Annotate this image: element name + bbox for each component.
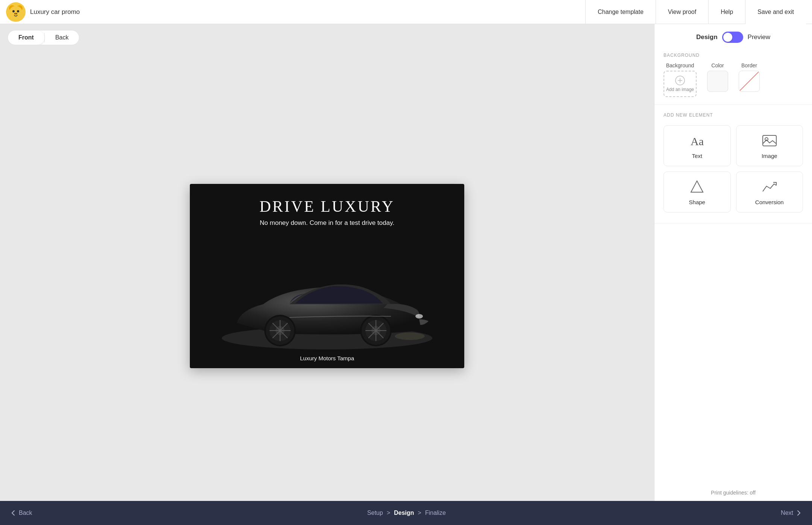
element-conversion-button[interactable]: Conversion [736,171,803,212]
print-guidelines-button[interactable]: Print guidelines: off [654,484,812,501]
svg-point-8 [16,13,17,14]
text-label: Text [692,153,702,159]
app-logo [6,2,26,22]
help-button[interactable]: Help [708,0,745,24]
toggle-knob [723,33,732,42]
image-icon [761,132,778,149]
step-arrow-1: > [387,510,390,516]
bottom-bar: Back Setup > Design > Finalize Next [0,501,812,525]
shape-icon [689,179,705,195]
step-setup[interactable]: Setup [367,510,383,516]
background-option: Background Add an image [664,62,697,97]
side-tab-group: Front Back [8,30,79,45]
car-image [214,252,440,349]
conversion-label: Conversion [755,199,784,205]
add-image-text: Add an image [666,87,694,92]
shape-label: Shape [689,199,705,205]
divider-1 [654,105,812,105]
preview-label: Preview [748,33,770,41]
card-preview[interactable]: Drive Luxury No money down. Come in for … [190,184,464,368]
image-label: Image [762,153,777,159]
elements-section: ADD NEW ELEMENT Aa Text Image [654,106,812,222]
card-title: Drive Luxury [259,197,395,215]
next-label: Next [781,510,793,516]
tab-front[interactable]: Front [8,30,44,45]
main-content: Front Back Drive Luxury No money down. C… [0,24,812,501]
tab-back[interactable]: Back [45,30,79,45]
step-design[interactable]: Design [394,510,414,516]
border-picker-button[interactable] [739,71,760,92]
view-proof-button[interactable]: View proof [656,0,708,24]
right-panel: Design Preview BACKGROUND Background [654,24,812,501]
svg-point-6 [14,12,18,15]
svg-rect-33 [763,135,776,146]
bg-options: Background Add an image Color [664,62,803,97]
border-label: Border [741,62,757,68]
plus-icon [675,76,685,85]
elements-section-label: ADD NEW ELEMENT [664,112,803,118]
canvas-wrapper: Drive Luxury No money down. Come in for … [0,51,654,501]
border-diagonal-icon [739,71,759,91]
card-footer: Luxury Motors Tampa [300,355,354,361]
tab-row: Front Back [0,24,654,51]
bg-label: Background [666,62,694,68]
next-button[interactable]: Next [781,510,801,516]
save-exit-button[interactable]: Save and exit [745,0,806,24]
svg-point-5 [17,10,19,12]
element-shape-button[interactable]: Shape [664,171,731,212]
design-label: Design [696,33,718,41]
change-template-button[interactable]: Change template [585,0,656,24]
header: Luxury car promo Change template View pr… [0,0,812,24]
card-subtitle: No money down. Come in for a test drive … [260,219,394,227]
color-label: Color [711,62,724,68]
svg-point-27 [395,332,425,340]
step-finalize[interactable]: Finalize [425,510,446,516]
svg-point-4 [12,10,15,12]
background-section: BACKGROUND Background Add an image Colo [654,47,812,103]
add-image-button[interactable]: Add an image [664,71,697,97]
border-option: Border [739,62,760,92]
page-title: Luxury car promo [30,8,585,16]
svg-point-26 [415,314,423,319]
next-chevron-icon [795,510,801,516]
element-text-button[interactable]: Aa Text [664,125,731,166]
color-picker-button[interactable] [707,71,728,92]
canvas-area: Front Back Drive Luxury No money down. C… [0,24,654,501]
svg-text:Aa: Aa [691,135,704,147]
svg-marker-35 [691,181,703,192]
back-chevron-icon [11,510,17,516]
text-icon: Aa [689,132,705,149]
color-option: Color [707,62,728,92]
step-arrow-2: > [418,510,421,516]
elements-grid: Aa Text Image [664,122,803,215]
design-preview-toggle[interactable] [722,32,743,43]
design-preview-toggle-row: Design Preview [654,24,812,47]
back-button[interactable]: Back [11,510,32,516]
header-nav: Change template View proof Help Save and… [585,0,806,24]
svg-line-31 [739,71,759,91]
steps-indicator: Setup > Design > Finalize [32,510,781,516]
background-section-label: BACKGROUND [664,53,803,58]
back-label: Back [19,510,32,516]
element-image-button[interactable]: Image [736,125,803,166]
divider-2 [654,223,812,223]
conversion-icon [761,179,778,195]
svg-point-7 [15,13,16,14]
